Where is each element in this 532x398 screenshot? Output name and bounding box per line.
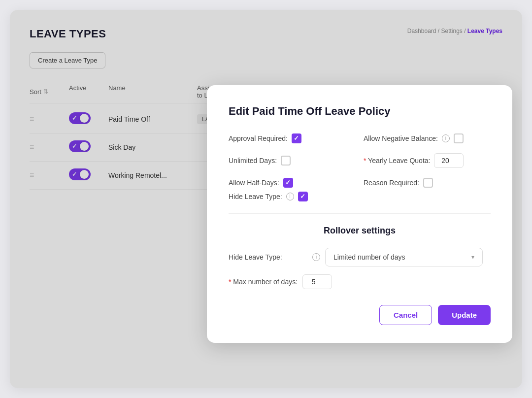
approval-required-label: Approval Required: [229,134,288,142]
update-button[interactable]: Update [438,305,491,325]
rollover-hide-leave-type-label: Hide Leave Type: [229,253,307,261]
cancel-button[interactable]: Cancel [379,305,432,325]
allow-negative-balance-checkbox[interactable] [454,133,464,143]
unlimited-days-label: Unlimited Days: [229,157,277,165]
unlimited-days-field: Unlimited Days: [229,153,356,168]
yearly-quota-field: Yearly Leave Quota: [364,153,491,168]
reason-required-label: Reason Required: [364,179,419,187]
chevron-down-icon: ▾ [471,254,474,261]
max-days-label: Max number of days: [229,278,298,286]
rollover-info-icon[interactable]: i [312,253,320,261]
rollover-hide-leave-type-field: Hide Leave Type: i Limited number of day… [229,248,491,266]
allow-negative-balance-field: Allow Negative Balance: i [364,133,491,143]
max-days-input[interactable] [302,274,332,289]
modal-footer: Cancel Update [229,305,491,325]
rollover-section-title: Rollover settings [229,226,491,236]
info-icon[interactable]: i [442,134,450,142]
section-divider [229,213,491,214]
unlimited-days-checkbox[interactable] [281,156,291,166]
hide-leave-type-checkbox[interactable] [298,192,308,201]
reason-required-field: Reason Required: [364,178,491,188]
approval-required-checkbox[interactable] [292,133,301,143]
allow-half-days-field: Allow Half-Days: [229,178,356,188]
hide-leave-type-field: Hide Leave Type: i [229,192,491,201]
allow-half-days-label: Allow Half-Days: [229,179,279,187]
rollover-type-value: Limited number of days [333,253,405,261]
edit-leave-policy-modal: Edit Paid Time Off Leave Policy Approval… [207,85,512,343]
allow-negative-balance-label: Allow Negative Balance: [364,134,438,142]
approval-required-field: Approval Required: [229,133,356,143]
yearly-quota-label: Yearly Leave Quota: [364,157,430,165]
max-days-field: Max number of days: [229,274,491,289]
hide-leave-type-label: Hide Leave Type: [229,193,282,200]
modal-overlay: Edit Paid Time Off Leave Policy Approval… [10,10,522,388]
allow-half-days-checkbox[interactable] [283,178,293,188]
reason-required-checkbox[interactable] [423,178,433,188]
rollover-type-dropdown[interactable]: Limited number of days ▾ [325,248,483,266]
yearly-quota-input[interactable] [434,153,464,168]
modal-title: Edit Paid Time Off Leave Policy [229,105,491,118]
info-icon[interactable]: i [286,193,294,200]
